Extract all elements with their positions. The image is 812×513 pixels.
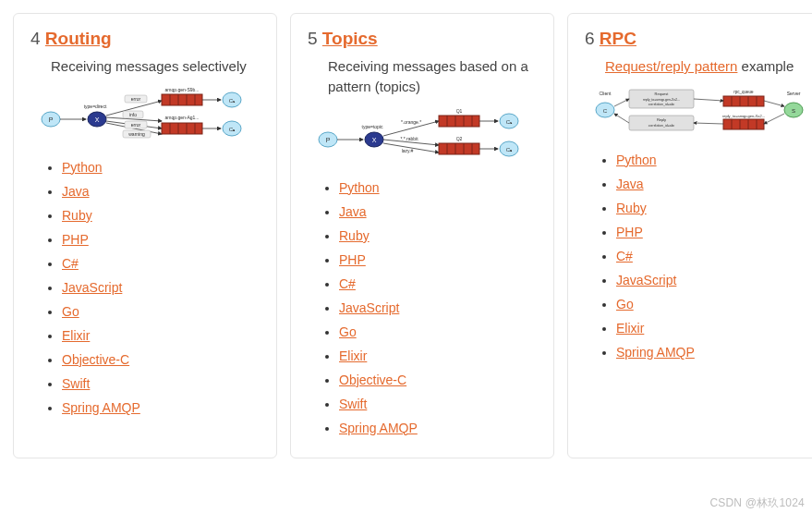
svg-text:info: info <box>129 112 137 117</box>
list-item: Swift <box>62 376 260 391</box>
svg-text:S: S <box>792 108 795 114</box>
svg-rect-80 <box>723 96 764 106</box>
svg-text:P: P <box>326 137 331 143</box>
svg-line-93 <box>764 101 784 106</box>
list-item: Go <box>339 324 537 339</box>
svg-line-92 <box>694 99 723 101</box>
lang-link[interactable]: Python <box>616 153 657 167</box>
list-item: Spring AMQP <box>62 400 260 415</box>
desc-link-rpc[interactable]: Request/reply pattern <box>605 58 737 74</box>
list-item: C# <box>62 256 260 271</box>
svg-rect-19 <box>162 94 202 105</box>
diagram-topics: P X type=topic *.orange.* *.*.rabbit laz… <box>311 103 533 171</box>
lang-list: Python Java Ruby PHP C# JavaScript Go El… <box>30 160 260 415</box>
list-item: PHP <box>616 225 812 239</box>
svg-text:Server: Server <box>787 91 801 96</box>
svg-text:lazy.#: lazy.# <box>402 148 414 153</box>
list-item: C# <box>616 249 812 263</box>
svg-text:error: error <box>131 96 141 102</box>
card-number: 5 <box>308 29 318 48</box>
lang-link[interactable]: PHP <box>339 252 366 267</box>
list-item: PHP <box>62 232 260 247</box>
title-link-topics[interactable]: Topics <box>322 29 378 48</box>
lang-link[interactable]: C# <box>339 276 356 291</box>
lang-link[interactable]: Swift <box>339 397 367 411</box>
svg-text:amqp.gen-S9b...: amqp.gen-S9b... <box>165 87 200 92</box>
svg-text:type=direct: type=direct <box>84 104 107 109</box>
lang-link[interactable]: C# <box>62 256 79 271</box>
lang-link[interactable]: PHP <box>616 225 643 239</box>
lang-link[interactable]: Java <box>339 204 367 219</box>
svg-text:type=topic: type=topic <box>362 124 383 129</box>
lang-link[interactable]: Python <box>339 180 380 195</box>
card-routing: 4 Routing Receiving messages selectively… <box>13 13 277 458</box>
diagram-rpc: Client C Server S Request reply_to=amqp.… <box>588 82 810 143</box>
svg-text:X: X <box>372 137 377 143</box>
lang-link[interactable]: Elixir <box>62 328 90 343</box>
list-item: Elixir <box>62 328 260 343</box>
lang-link[interactable]: Objective-C <box>339 373 406 387</box>
list-item: PHP <box>339 252 537 267</box>
title-link-routing[interactable]: Routing <box>45 29 112 48</box>
svg-line-94 <box>764 114 784 124</box>
svg-text:C: C <box>603 108 608 114</box>
card-title: 5 Topics <box>308 29 537 49</box>
list-item: Spring AMQP <box>616 345 812 360</box>
svg-text:error: error <box>131 122 141 128</box>
lang-link[interactable]: Go <box>616 297 634 311</box>
svg-text:C₂: C₂ <box>229 127 236 132</box>
lang-link[interactable]: Spring AMQP <box>339 421 418 435</box>
lang-link[interactable]: Java <box>616 177 644 191</box>
lang-link[interactable]: Elixir <box>339 348 367 363</box>
list-item: Python <box>339 180 537 195</box>
list-item: JavaScript <box>339 300 537 315</box>
lang-link[interactable]: Python <box>62 160 103 175</box>
svg-text:P: P <box>49 116 54 123</box>
list-item: Go <box>616 297 812 311</box>
list-item: Elixir <box>339 348 537 363</box>
svg-text:Q1: Q1 <box>456 108 463 114</box>
list-item: JavaScript <box>616 273 812 287</box>
lang-link[interactable]: Objective-C <box>62 352 129 367</box>
lang-link[interactable]: Swift <box>62 376 90 391</box>
list-item: Go <box>62 304 260 319</box>
title-link-rpc[interactable]: RPC <box>600 29 636 48</box>
list-item: Ruby <box>339 228 537 243</box>
card-topics: 5 Topics Receiving messages based on a p… <box>290 13 554 458</box>
svg-text:X: X <box>95 116 100 123</box>
lang-link[interactable]: Spring AMQP <box>62 400 140 415</box>
lang-list: Python Java Ruby PHP C# JavaScript Go El… <box>585 153 812 360</box>
svg-text:reply_to=amqp.gen-Xa2...: reply_to=amqp.gen-Xa2... <box>643 98 680 102</box>
lang-link[interactable]: Ruby <box>339 228 370 243</box>
svg-rect-25 <box>162 123 202 134</box>
svg-rect-49 <box>439 116 479 127</box>
list-item: JavaScript <box>62 280 260 295</box>
lang-link[interactable]: Elixir <box>616 321 644 336</box>
list-item: Objective-C <box>62 352 260 367</box>
list-item: Elixir <box>616 321 812 336</box>
lang-link[interactable]: JavaScript <box>62 280 122 295</box>
lang-link[interactable]: Go <box>62 304 79 319</box>
list-item: Python <box>62 160 260 175</box>
lang-link[interactable]: Ruby <box>62 208 92 223</box>
lang-link[interactable]: JavaScript <box>339 300 399 315</box>
diagram-routing: P X type=direct error info error <box>34 82 256 151</box>
svg-text:C₁: C₁ <box>506 119 513 125</box>
lang-link[interactable]: C# <box>616 249 633 263</box>
card-title: 4 Routing <box>30 29 260 49</box>
svg-text:reply_to=amqp.gen-Xa2...: reply_to=amqp.gen-Xa2... <box>722 114 765 118</box>
lang-link[interactable]: Java <box>62 184 90 199</box>
lang-link[interactable]: Spring AMQP <box>616 345 695 360</box>
list-item: Java <box>339 204 537 219</box>
list-item: Python <box>616 153 812 167</box>
lang-link[interactable]: JavaScript <box>616 273 676 287</box>
lang-link[interactable]: Go <box>339 324 357 339</box>
lang-link[interactable]: Ruby <box>616 201 647 215</box>
lang-link[interactable]: PHP <box>62 232 89 247</box>
svg-text:Client: Client <box>600 91 612 96</box>
svg-text:C₁: C₁ <box>229 98 236 104</box>
card-rpc: 6 RPC Request/reply pattern example Clie… <box>567 13 812 458</box>
list-item: Java <box>62 184 260 199</box>
svg-text:*.*.rabbit: *.*.rabbit <box>400 136 418 141</box>
svg-rect-55 <box>439 143 479 154</box>
